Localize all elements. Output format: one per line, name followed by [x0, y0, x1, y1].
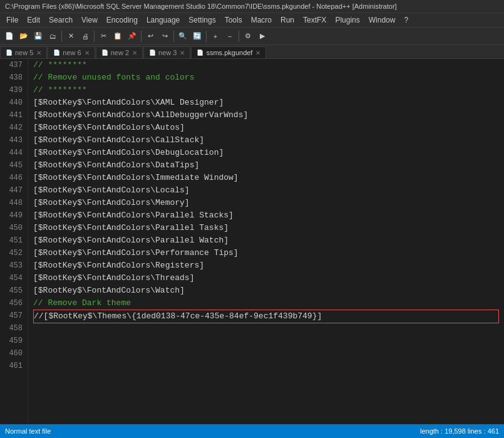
- cut-btn[interactable]: ✂: [96, 29, 110, 43]
- code-line-459: // Remove Dark theme: [33, 297, 499, 310]
- code-line-450: [$RootKey$\FontAndColors\Memory]: [33, 197, 499, 209]
- menu-item-settings[interactable]: Settings: [185, 14, 219, 26]
- zoom-in-btn[interactable]: +: [208, 29, 222, 43]
- code-line-449: [$RootKey$\FontAndColors\Locals]: [33, 184, 499, 197]
- sep-4: [173, 31, 174, 42]
- line-number-444: 444: [3, 147, 23, 159]
- code-line-453: [$RootKey$\FontAndColors\Parallel Watch]: [33, 234, 499, 247]
- sep-6: [239, 31, 239, 42]
- status-bar: Normal text file length : 19,598 lines :…: [0, 424, 504, 438]
- tabs-bar: 📄new 5✕📄new 6✕📄new 2✕📄new 3✕📄ssms.pkgund…: [0, 45, 504, 59]
- tab-2[interactable]: 📄new 2✕: [96, 46, 143, 58]
- redo-btn[interactable]: ↪: [158, 29, 172, 43]
- status-right: length : 19,598 lines : 461: [420, 427, 499, 435]
- tab-icon-2: 📄: [101, 50, 108, 56]
- tab-close-0[interactable]: ✕: [36, 50, 41, 56]
- tab-close-4[interactable]: ✕: [255, 50, 260, 56]
- menu-item-tools[interactable]: Tools: [221, 14, 246, 26]
- code-line-448: [$RootKey$\FontAndColors\Immediate Windo…: [33, 172, 499, 184]
- line-number-440: 440: [3, 96, 23, 109]
- tab-close-2[interactable]: ✕: [132, 50, 137, 56]
- code-line-441: // ********: [33, 84, 499, 96]
- toolbar: 📄 📂 💾 🗂 ✕ 🖨 ✂ 📋 📌 ↩ ↪ 🔍 🔄 + − ⚙ ▶: [0, 28, 504, 45]
- menu-item-?[interactable]: ?: [400, 14, 412, 26]
- line-number-438: 438: [3, 71, 23, 84]
- menu-item-view[interactable]: View: [78, 14, 101, 26]
- line-number-447: 447: [3, 184, 23, 197]
- open-btn[interactable]: 📂: [17, 29, 31, 43]
- close-btn[interactable]: ✕: [64, 29, 78, 43]
- line-number-451: 451: [3, 234, 23, 247]
- replace-btn[interactable]: 🔄: [190, 29, 204, 43]
- tab-label-3: new 3: [158, 49, 177, 56]
- line-number-453: 453: [3, 259, 23, 272]
- tab-close-1[interactable]: ✕: [85, 50, 90, 56]
- tab-0[interactable]: 📄new 5✕: [0, 46, 47, 58]
- code-line-443: [$RootKey$\FontAndColors\AllDebuggerVarW…: [33, 109, 499, 122]
- code-line-456: [$RootKey$\FontAndColors\Threads]: [33, 272, 499, 284]
- line-numbers: 4374384394404414424434444454464474484494…: [0, 59, 28, 424]
- code-line-457: [$RootKey$\FontAndColors\Watch]: [33, 284, 499, 297]
- code-line-442: [$RootKey$\FontAndColors\XAML Designer]: [33, 96, 499, 109]
- line-number-454: 454: [3, 272, 23, 284]
- copy-btn[interactable]: 📋: [111, 29, 125, 43]
- code-line-440: // Remove unused fonts and colors: [33, 71, 499, 84]
- save-all-btn[interactable]: 🗂: [46, 29, 59, 43]
- tab-4[interactable]: 📄ssms.pkgundef✕: [191, 46, 266, 58]
- undo-btn[interactable]: ↩: [143, 29, 157, 43]
- line-number-442: 442: [3, 122, 23, 134]
- line-number-448: 448: [3, 197, 23, 209]
- line-number-441: 441: [3, 109, 23, 122]
- status-left: Normal text file: [5, 427, 51, 435]
- code-line-455: [$RootKey$\FontAndColors\Registers]: [33, 259, 499, 272]
- tab-3[interactable]: 📄new 3✕: [143, 46, 190, 58]
- line-number-456: 456: [3, 297, 23, 310]
- editor[interactable]: 4374384394404414424434444454464474484494…: [0, 59, 504, 424]
- run-btn[interactable]: ▶: [255, 29, 269, 43]
- menu-item-edit[interactable]: Edit: [23, 14, 44, 26]
- paste-btn[interactable]: 📌: [125, 29, 139, 43]
- line-number-459: 459: [3, 335, 23, 347]
- line-number-437: 437: [3, 59, 23, 71]
- menu-item-search[interactable]: Search: [45, 14, 76, 26]
- line-number-461: 461: [3, 360, 23, 372]
- menu-item-language[interactable]: Language: [143, 14, 183, 26]
- menu-bar: FileEditSearchViewEncodingLanguageSettin…: [0, 13, 504, 28]
- code-line-460: //[$RootKey$\Themes\{1ded0138-47ce-435e-…: [33, 310, 499, 323]
- sep-3: [141, 31, 141, 42]
- line-number-446: 446: [3, 172, 23, 184]
- line-number-455: 455: [3, 284, 23, 297]
- save-btn[interactable]: 💾: [31, 29, 45, 43]
- tab-icon-0: 📄: [6, 50, 13, 56]
- print-btn[interactable]: 🖨: [78, 29, 92, 43]
- menu-item-plugins[interactable]: Plugins: [331, 14, 363, 26]
- menu-item-encoding[interactable]: Encoding: [103, 14, 141, 26]
- sep-5: [206, 31, 207, 42]
- menu-item-run[interactable]: Run: [277, 14, 298, 26]
- menu-item-window[interactable]: Window: [365, 14, 399, 26]
- line-number-449: 449: [3, 209, 23, 222]
- code-area[interactable]: // ********// Remove unused fonts and co…: [28, 59, 504, 424]
- line-number-458: 458: [3, 322, 23, 335]
- tab-close-3[interactable]: ✕: [180, 50, 185, 56]
- zoom-out-btn[interactable]: −: [223, 29, 237, 43]
- tab-label-1: new 6: [63, 49, 81, 56]
- line-number-450: 450: [3, 222, 23, 234]
- code-line-452: [$RootKey$\FontAndColors\Parallel Tasks]: [33, 222, 499, 234]
- new-btn[interactable]: 📄: [3, 29, 16, 43]
- line-number-445: 445: [3, 159, 23, 172]
- menu-item-textfx[interactable]: TextFX: [299, 14, 330, 26]
- line-number-452: 452: [3, 247, 23, 259]
- tab-icon-1: 📄: [53, 50, 60, 56]
- line-number-443: 443: [3, 134, 23, 147]
- code-line-454: [$RootKey$\FontAndColors\Performance Tip…: [33, 247, 499, 259]
- menu-item-macro[interactable]: Macro: [247, 14, 275, 26]
- tab-label-2: new 2: [111, 49, 129, 56]
- find-btn[interactable]: 🔍: [176, 29, 190, 43]
- tab-label-4: ssms.pkgundef: [206, 49, 252, 56]
- sep-2: [94, 31, 95, 42]
- macro-btn[interactable]: ⚙: [241, 29, 255, 43]
- tab-label-0: new 5: [15, 49, 33, 56]
- tab-1[interactable]: 📄new 6✕: [48, 46, 95, 58]
- menu-item-file[interactable]: File: [3, 14, 22, 26]
